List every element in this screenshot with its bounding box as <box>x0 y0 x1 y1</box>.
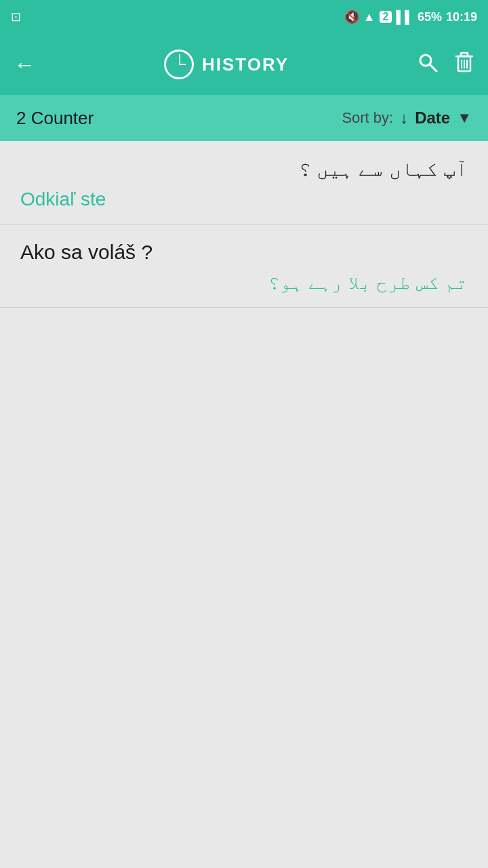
source-text-1: آپ کہاں سے ہیں ؟ <box>20 157 468 180</box>
history-clock-icon <box>164 50 194 79</box>
sort-value: Date <box>415 108 450 127</box>
dropdown-arrow-icon[interactable]: ▼ <box>457 109 472 127</box>
counter-label: 2 Counter <box>16 108 94 129</box>
app-bar: ← HISTORY <box>0 34 488 95</box>
sort-section[interactable]: Sort by: ↓ Date ▼ <box>342 108 472 127</box>
app-bar-center: HISTORY <box>164 50 289 79</box>
screen-icon: ⊡ <box>11 9 21 24</box>
back-button[interactable]: ← <box>14 52 35 77</box>
notification-badge: 2 <box>380 11 392 23</box>
list-item[interactable]: Ako sa voláš ? تم کس طرح بلا رہے ہو؟ <box>0 224 488 308</box>
battery-text: 65% <box>418 10 442 24</box>
sort-by-label: Sort by: <box>342 109 393 127</box>
status-right-info: 🔇 ▲ 2 ▌▌ 65% 10:19 <box>344 9 477 24</box>
source-text-2: Ako sa voláš ? <box>20 241 468 264</box>
content-area: آپ کہاں سے ہیں ؟ Odkiaľ ste Ako sa voláš… <box>0 141 488 868</box>
search-icon[interactable] <box>418 52 438 77</box>
delete-icon[interactable] <box>454 51 474 79</box>
svg-line-1 <box>430 64 436 71</box>
status-left-icons: ⊡ <box>11 9 21 24</box>
sort-direction-icon: ↓ <box>400 108 408 127</box>
app-bar-actions <box>418 51 474 79</box>
status-bar: ⊡ 🔇 ▲ 2 ▌▌ 65% 10:19 <box>0 0 488 34</box>
translated-text-1: Odkiaľ ste <box>20 189 468 210</box>
time-display: 10:19 <box>446 10 477 24</box>
svg-rect-4 <box>461 53 468 56</box>
silent-icon: 🔇 <box>344 9 359 24</box>
list-item[interactable]: آپ کہاں سے ہیں ؟ Odkiaľ ste <box>0 141 488 224</box>
signal-icon: ▌▌ <box>396 10 413 24</box>
filter-bar: 2 Counter Sort by: ↓ Date ▼ <box>0 95 488 141</box>
app-bar-title: HISTORY <box>202 54 289 75</box>
wifi-icon: ▲ <box>363 10 375 24</box>
translated-text-2: تم کس طرح بلا رہے ہو؟ <box>20 272 468 294</box>
